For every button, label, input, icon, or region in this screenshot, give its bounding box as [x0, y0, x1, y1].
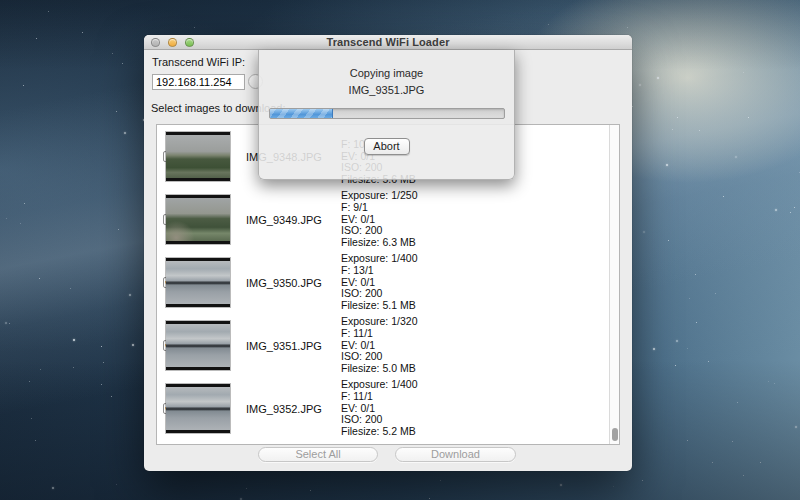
image-filename: IMG_9350.JPG [246, 277, 322, 289]
star-dot [111, 396, 112, 397]
star-dot [687, 440, 688, 441]
star-dot [677, 117, 678, 118]
abort-button[interactable]: Abort [364, 138, 410, 155]
star-dot [642, 480, 643, 481]
star-dot [73, 367, 74, 368]
star-dot [708, 361, 709, 362]
select-all-button[interactable]: Select All [258, 447, 378, 462]
ip-input[interactable] [152, 74, 245, 90]
app-window: Transcend WiFi Loader Transcend WiFi IP:… [144, 35, 632, 471]
star-dot [760, 462, 761, 463]
star-dot [743, 475, 744, 476]
exif-line: Filesize: 5.2 MB [341, 426, 417, 438]
star-dot [23, 85, 24, 86]
star-dot [639, 84, 641, 86]
star-dot [689, 298, 690, 299]
star-dot [310, 490, 311, 491]
star-dot [774, 383, 775, 384]
star-dot [24, 203, 25, 204]
copy-progress-sheet: Copying image IMG_9351.JPG Abort [258, 50, 515, 180]
star-dot [712, 462, 713, 463]
exif-info: Exposure: 1/320F: 11/1EV: 0/1ISO: 200Fil… [341, 316, 417, 375]
star-dot [732, 441, 733, 442]
image-filename: IMG_9351.JPG [246, 340, 322, 352]
star-dot [560, 484, 562, 486]
star-dot [613, 486, 614, 487]
star-dot [748, 117, 749, 118]
star-dot [666, 164, 668, 166]
star-dot [9, 323, 10, 324]
exif-line: Filesize: 6.3 MB [341, 237, 417, 249]
star-dot [70, 288, 71, 289]
star-dot [29, 381, 30, 382]
image-filename: IMG_9352.JPG [246, 403, 322, 415]
star-dot [668, 240, 669, 241]
image-row: IMG_9350.JPGExposure: 1/400F: 13/1EV: 0/… [157, 251, 619, 314]
image-thumbnail [166, 258, 230, 307]
image-row: IMG_9351.JPGExposure: 1/320F: 11/1EV: 0/… [157, 314, 619, 377]
star-dot [795, 426, 797, 428]
star-dot [20, 223, 21, 224]
download-button[interactable]: Download [395, 447, 516, 462]
star-dot [129, 294, 131, 296]
ip-label: Transcend WiFi IP: [152, 56, 245, 68]
star-dot [737, 402, 738, 403]
star-dot [657, 77, 659, 79]
star-dot [36, 38, 37, 39]
star-dot [132, 344, 134, 346]
star-dot [440, 480, 441, 481]
image-thumbnail [166, 384, 230, 433]
exif-line: F: 11/1 [341, 391, 417, 403]
star-dot [103, 362, 104, 363]
star-dot [790, 212, 791, 213]
star-dot [112, 53, 113, 54]
star-dot [52, 487, 54, 489]
star-dot [35, 440, 36, 441]
star-dot [794, 207, 795, 208]
star-dot [687, 348, 688, 349]
star-dot [627, 27, 628, 28]
scrollbar-track[interactable] [609, 125, 619, 444]
star-dot [101, 346, 102, 347]
star-dot [122, 63, 123, 64]
exif-line: F: 9/1 [341, 202, 417, 214]
image-filename: IMG_9349.JPG [246, 214, 322, 226]
star-dot [653, 348, 655, 350]
sheet-title: Copying image [259, 67, 514, 79]
star-dot [548, 24, 549, 25]
star-dot [696, 322, 697, 323]
scrollbar-thumb[interactable] [612, 428, 618, 441]
star-dot [124, 132, 126, 134]
exif-line: Filesize: 5.1 MB [341, 300, 417, 312]
image-row: IMG_9349.JPGExposure: 1/250F: 9/1EV: 0/1… [157, 188, 619, 251]
star-dot [39, 278, 40, 279]
progress-fill [270, 109, 333, 118]
star-dot [116, 484, 117, 485]
exif-line: Filesize: 5.0 MB [341, 363, 417, 375]
star-dot [735, 156, 737, 158]
window-title: Transcend WiFi Loader [144, 36, 632, 48]
star-dot [672, 129, 673, 130]
star-dot [6, 218, 7, 219]
image-thumbnail [166, 132, 230, 181]
star-dot [40, 369, 41, 370]
exif-info: Exposure: 1/400F: 13/1EV: 0/1ISO: 200Fil… [341, 253, 417, 312]
image-thumbnail [166, 195, 230, 244]
star-dot [675, 365, 676, 366]
exif-line: F: 13/1 [341, 265, 417, 277]
star-dot [101, 384, 102, 385]
star-dot [48, 11, 49, 12]
star-dot [695, 274, 696, 275]
star-dot [723, 196, 724, 197]
star-dot [246, 488, 247, 489]
window-titlebar[interactable]: Transcend WiFi Loader [144, 35, 632, 50]
star-dot [768, 381, 769, 382]
image-thumbnail [166, 321, 230, 370]
star-dot [31, 418, 32, 419]
exif-line: F: 11/1 [341, 328, 417, 340]
exif-info: Exposure: 1/250F: 9/1EV: 0/1ISO: 200File… [341, 190, 417, 249]
star-dot [116, 111, 117, 112]
star-dot [743, 72, 744, 73]
star-dot [73, 339, 75, 341]
star-dot [699, 130, 700, 131]
